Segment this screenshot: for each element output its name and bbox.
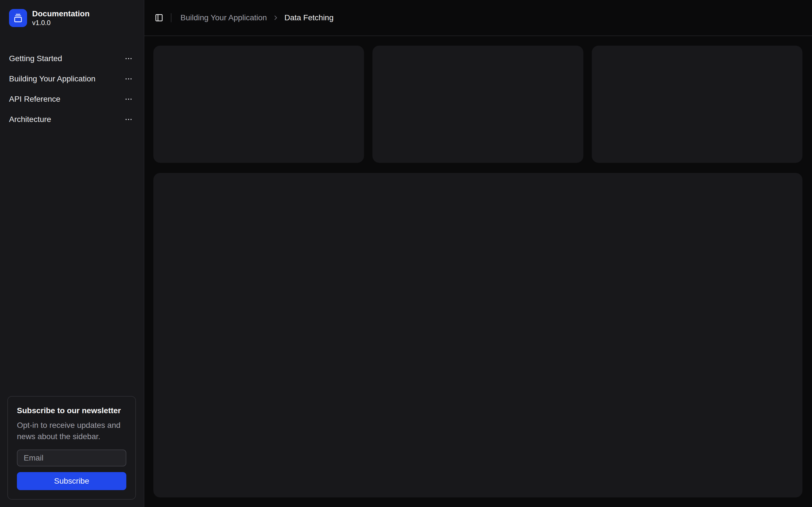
placeholder-card [372,46,583,163]
brand-logo [9,9,27,27]
app-version: v1.0.0 [32,18,90,27]
more-horizontal-icon [124,95,133,103]
sidebar-item-api-reference[interactable]: API Reference [4,90,139,108]
sidebar-toggle-button[interactable] [151,10,167,25]
header-separator [171,13,171,22]
main-area: Building Your Application Data Fetching [144,0,812,507]
breadcrumb-parent-link[interactable]: Building Your Application [181,13,267,22]
placeholder-content-block [153,173,802,497]
page-content [144,36,812,507]
sidebar-item-label: Architecture [9,115,51,124]
more-horizontal-icon [124,115,133,124]
item-actions-button[interactable] [122,73,135,85]
sidebar-item-getting-started[interactable]: Getting Started [4,50,139,68]
breadcrumb: Building Your Application Data Fetching [181,13,334,22]
brand-button[interactable]: Documentation v1.0.0 [4,4,139,32]
sidebar-item-architecture[interactable]: Architecture [4,110,139,128]
sidebar: Documentation v1.0.0 Getting Started Bui… [0,0,144,507]
newsletter-description: Opt-in to receive updates and news about… [17,420,126,442]
placeholder-card [153,46,364,163]
more-horizontal-icon [124,75,133,83]
sidebar-item-label: Building Your Application [9,74,96,83]
email-input[interactable] [17,450,126,466]
gallery-vertical-end-icon [13,13,22,22]
item-actions-button[interactable] [122,113,135,126]
subscribe-button[interactable]: Subscribe [17,472,126,490]
sidebar-item-building-your-application[interactable]: Building Your Application [4,70,139,88]
sidebar-item-label: API Reference [9,95,60,104]
breadcrumb-current-page: Data Fetching [285,13,334,22]
item-actions-button[interactable] [122,52,135,65]
chevron-right-icon [272,14,280,21]
app-title: Documentation [32,9,90,18]
item-actions-button[interactable] [122,93,135,105]
panel-left-icon [155,13,163,22]
newsletter-card: Subscribe to our newsletter Opt-in to re… [7,396,136,500]
sidebar-item-label: Getting Started [9,54,62,63]
placeholder-cards-row [153,46,802,163]
placeholder-card [592,46,802,163]
sidebar-footer: Subscribe to our newsletter Opt-in to re… [0,392,144,507]
sidebar-menu: Getting Started Building Your Applicatio… [0,36,144,133]
brand-text: Documentation v1.0.0 [32,9,90,27]
newsletter-title: Subscribe to our newsletter [17,406,126,416]
main-header: Building Your Application Data Fetching [144,0,812,36]
sidebar-header: Documentation v1.0.0 [0,0,144,36]
more-horizontal-icon [124,54,133,63]
